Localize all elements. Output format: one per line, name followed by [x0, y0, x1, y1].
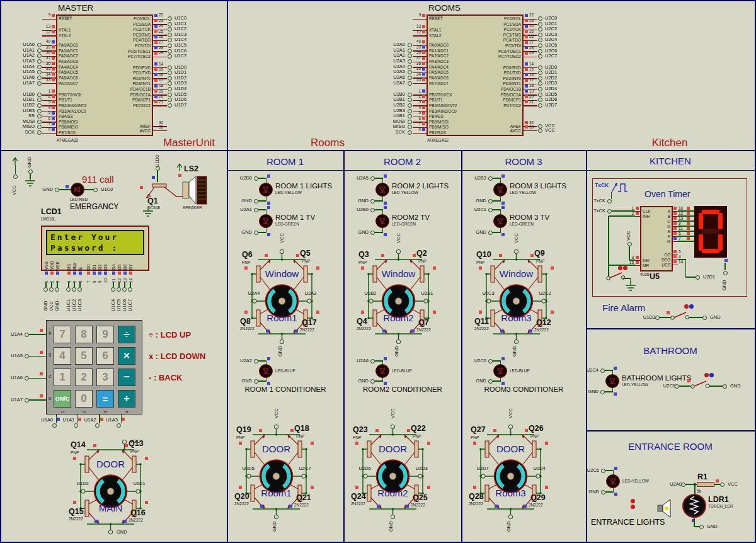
- pin-state: [267, 202, 270, 205]
- pin-name: MR: [643, 263, 649, 268]
- pin-name: PD7/OC2: [476, 103, 521, 108]
- keypad-row-label: B: [49, 353, 51, 358]
- wire: [609, 265, 635, 265]
- speaker-icon[interactable]: [183, 176, 208, 204]
- motor-h-bridge[interactable]: [234, 421, 319, 528]
- motor-h-bridge[interactable]: [350, 421, 435, 528]
- key-4[interactable]: 4: [54, 347, 71, 365]
- pin-number: 28: [159, 45, 163, 50]
- terminal-label: GND: [730, 384, 741, 389]
- terminal: [607, 199, 612, 203]
- pin-state: [384, 174, 387, 178]
- room-header: ROOM 1: [227, 156, 343, 167]
- key-+[interactable]: +: [118, 390, 135, 408]
- segment-G: [702, 229, 719, 234]
- terminal-label: U1A7: [7, 81, 35, 86]
- gnd-label: GND: [343, 379, 369, 384]
- switch[interactable]: [690, 380, 712, 389]
- pin-state: [636, 256, 639, 259]
- wire: [493, 200, 501, 201]
- motor-h-bridge[interactable]: [474, 246, 559, 353]
- led-label: ROOM 3 LIGHTS: [510, 182, 566, 190]
- pin-state: [422, 78, 425, 81]
- transistor-type: PNP: [130, 449, 139, 454]
- lcd-pin-name: D2: [98, 254, 103, 270]
- pin-name: PD2/INT0: [105, 76, 151, 81]
- chip-part: ATMEGA32: [57, 138, 78, 143]
- key-6[interactable]: 6: [96, 347, 114, 365]
- motor-h-bridge[interactable]: [356, 246, 441, 353]
- key-9[interactable]: 9: [96, 326, 114, 343]
- motor-h-bridge[interactable]: [68, 436, 153, 543]
- key-÷[interactable]: ÷: [118, 326, 135, 343]
- led-label: ROOM2 TV: [392, 214, 430, 222]
- terminal: [156, 166, 160, 171]
- oven-timer-title: Oven Timer: [644, 189, 690, 199]
- vcc-arrow-icon: [11, 156, 19, 166]
- transistor-type: 2N2222: [69, 517, 83, 522]
- chip-title: ROOMS: [428, 3, 461, 13]
- segment-B: [718, 213, 723, 229]
- led-diode-icon: [261, 367, 270, 375]
- lcd-pin-name: RS: [67, 254, 72, 270]
- pin-state: [154, 35, 158, 38]
- pin-number: 30: [159, 125, 163, 130]
- key-5[interactable]: 5: [75, 347, 93, 365]
- pin-name: PB3/AIN1/OC0: [429, 109, 457, 114]
- pin-state: [525, 62, 528, 66]
- clock-source-icon[interactable]: [610, 180, 631, 195]
- ldr-icon[interactable]: [682, 494, 707, 519]
- pin-state: [687, 207, 690, 210]
- switch[interactable]: [670, 311, 692, 320]
- terminal-label: GND: [28, 187, 53, 193]
- key-2[interactable]: 2: [75, 369, 93, 386]
- lcd-pin-name: VEE: [55, 254, 60, 270]
- transistor-ref: Q26: [529, 425, 544, 433]
- pin-state: [154, 84, 158, 88]
- bridge-sub: Room1: [255, 312, 309, 323]
- lcd-pin-number: 5: [72, 275, 77, 283]
- pin-state: [525, 125, 528, 129]
- wire: [382, 178, 383, 183]
- gnd-label: GND: [343, 198, 369, 204]
- pin-name: PA4/ADC4: [59, 65, 78, 70]
- key-3[interactable]: 3: [96, 369, 114, 386]
- pin-state: [154, 62, 158, 66]
- key-−[interactable]: −: [118, 369, 135, 386]
- pin-number: 20: [159, 94, 163, 99]
- wire: [118, 282, 119, 287]
- wire: [694, 518, 694, 527]
- key-ON/C[interactable]: ON/C: [54, 390, 71, 408]
- resistor-body[interactable]: [697, 482, 714, 487]
- pin-state: [673, 212, 677, 215]
- motor-h-bridge[interactable]: [239, 246, 324, 353]
- terminal-label: U2A5: [343, 176, 369, 181]
- terminal-label: U2B2: [358, 291, 382, 297]
- chip-ref: U5: [650, 273, 660, 281]
- wire: [724, 263, 725, 270]
- emergency-label: EMERGANCY: [70, 202, 118, 211]
- switch[interactable]: [606, 272, 627, 280]
- transistor-ref: Q1: [147, 197, 158, 205]
- led-type: LED-GREEN: [275, 222, 299, 227]
- motor-h-bridge[interactable]: [468, 421, 553, 528]
- key-=[interactable]: =: [96, 390, 114, 408]
- key-1[interactable]: 1: [54, 369, 71, 386]
- bathroom-header: BATHROOM: [586, 345, 755, 356]
- pin-state: [45, 272, 48, 275]
- pin-wire: [524, 57, 537, 57]
- terminal: [28, 169, 33, 174]
- transistor-ref: Q22: [411, 425, 426, 433]
- key-7[interactable]: 7: [54, 326, 71, 343]
- key-8[interactable]: 8: [75, 326, 93, 343]
- key-×[interactable]: ×: [118, 347, 135, 365]
- pin-state: [52, 128, 55, 131]
- key-0[interactable]: 0: [75, 390, 93, 408]
- indicator-dot: [709, 373, 714, 377]
- wire: [258, 200, 266, 201]
- pin-state: [422, 45, 425, 49]
- torch-icon[interactable]: [658, 500, 672, 517]
- transistor-type: PNP: [476, 260, 484, 265]
- pin-state: [525, 35, 528, 38]
- wire: [500, 210, 501, 214]
